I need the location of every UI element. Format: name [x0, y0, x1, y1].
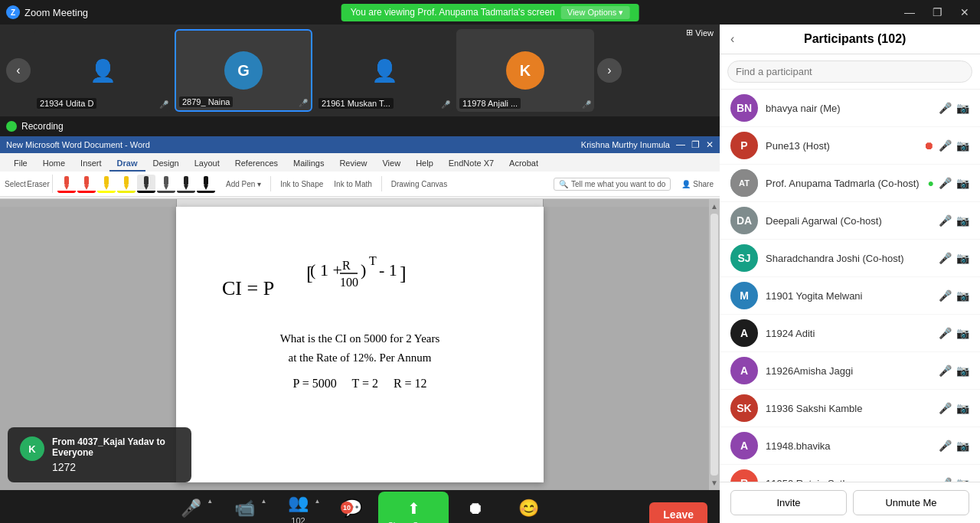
- pen-dark[interactable]: [157, 175, 175, 193]
- chat-icon-wrapper: 💬 10: [341, 498, 362, 518]
- svg-marker-11: [164, 185, 168, 190]
- word-minimize-btn[interactable]: —: [676, 139, 685, 150]
- chat-badge: 10: [341, 502, 353, 514]
- participants-caret[interactable]: ▲: [315, 498, 321, 505]
- tab-layout[interactable]: Layout: [187, 156, 227, 172]
- recording-text: Recording: [21, 121, 64, 132]
- list-item: AT Prof. Anupama Tadmarla (Co-host) ● 🎤 …: [720, 165, 980, 202]
- view-options-button[interactable]: View Options ▾: [561, 6, 630, 19]
- video-off-icon: 📷: [956, 214, 969, 227]
- chat-button[interactable]: 💬 10 Chat: [325, 492, 378, 523]
- pen-black[interactable]: [137, 175, 155, 193]
- svg-rect-14: [204, 176, 208, 185]
- unmute-button[interactable]: 🎤 Unmute ▲: [164, 492, 217, 523]
- word-eraser-tool[interactable]: Eraser: [29, 175, 47, 193]
- title-bar: Z Zoom Meeting You are viewing Prof. Anu…: [0, 0, 980, 25]
- pen-yellow2[interactable]: [117, 175, 136, 193]
- ink-to-math-btn[interactable]: Ink to Math: [334, 180, 371, 188]
- pen-red[interactable]: [57, 175, 76, 193]
- record-button[interactable]: ⏺ Record: [449, 492, 502, 523]
- participant-name: 11936 Sakshi Kamble: [766, 403, 931, 414]
- tab-home[interactable]: Home: [35, 156, 73, 172]
- word-document-container: New Microsoft Word Document - Word Krish…: [0, 136, 720, 490]
- participant-icons: 🎤 📷: [939, 364, 969, 377]
- svg-rect-12: [184, 176, 188, 185]
- word-close-btn[interactable]: ✕: [706, 139, 714, 150]
- ink-to-shape-btn[interactable]: Ink to Shape: [280, 180, 323, 188]
- participant-name: 11924 Aditi: [766, 328, 931, 339]
- participant-name-muskan: 21961 Muskan T...: [318, 98, 394, 109]
- add-pen-btn[interactable]: Add Pen ▾: [226, 180, 261, 188]
- chevron-down-icon: ▾: [619, 8, 623, 18]
- strip-view-button[interactable]: ⊞ View: [686, 28, 714, 38]
- pen-dark2[interactable]: [177, 175, 195, 193]
- mic-muted-icon: 🎤: [939, 252, 952, 264]
- reactions-button[interactable]: 😊 Reactions: [502, 492, 556, 523]
- bottom-toolbar: 🎤 Unmute ▲ 📹 Start Video ▲ 👥 102 Partici…: [0, 490, 720, 523]
- participant-card-udita: 👤 21934 Udita D 🎤: [34, 29, 172, 112]
- svg-text:100: 100: [340, 276, 358, 289]
- tab-references[interactable]: References: [227, 156, 286, 172]
- tab-help[interactable]: Help: [408, 156, 441, 172]
- search-icon: 🔍: [559, 180, 568, 188]
- pen-yellow[interactable]: [97, 175, 116, 193]
- mic-muted-icon: 🎤: [939, 364, 952, 377]
- maximize-button[interactable]: ❐: [928, 3, 946, 21]
- participant-name: Pune13 (Host): [766, 140, 916, 152]
- tab-acrobat[interactable]: Acrobat: [501, 156, 546, 172]
- recording-dot: [6, 121, 17, 132]
- word-doc-area: CI = P [ ( 1 + R 100 ) T - 1 ]: [0, 199, 720, 490]
- strip-prev-button[interactable]: ‹: [6, 58, 31, 83]
- mic-muted-icon-anjali: 🎤: [582, 100, 591, 109]
- pen-tools-group: [52, 175, 215, 193]
- leave-button[interactable]: Leave: [649, 502, 707, 523]
- record-icon: ⏺: [467, 498, 484, 518]
- tab-file[interactable]: File: [6, 156, 35, 172]
- drawing-canvas-btn[interactable]: Drawing Canvas: [391, 180, 447, 188]
- word-restore-btn[interactable]: ❐: [691, 139, 700, 150]
- panel-collapse-button[interactable]: ‹: [730, 32, 734, 46]
- tab-insert[interactable]: Insert: [73, 156, 109, 172]
- list-item: BN bhavya nair (Me) 🎤 📷: [720, 90, 980, 127]
- word-share-btn[interactable]: 👤 Share: [681, 180, 714, 188]
- svg-rect-4: [104, 176, 109, 185]
- svg-rect-10: [164, 176, 168, 185]
- video-caret[interactable]: ▲: [261, 498, 267, 505]
- tell-me-input[interactable]: 🔍 Tell me what you want to do: [554, 178, 671, 191]
- mic-icon: 🎤: [181, 498, 201, 518]
- pen-dark3[interactable]: [197, 175, 215, 193]
- unmute-caret[interactable]: ▲: [207, 498, 213, 505]
- share-screen-icon: ⬆: [407, 499, 420, 518]
- participant-icons: 🎤 📷: [939, 440, 969, 452]
- tab-endnote[interactable]: EndNote X7: [441, 156, 501, 172]
- word-select-tool[interactable]: Select: [6, 175, 24, 193]
- list-item: A 11924 Aditi 🎤 📷: [720, 315, 980, 352]
- avatar: SJ: [730, 244, 758, 272]
- panel-footer: Invite Unmute Me: [720, 482, 980, 523]
- invite-button[interactable]: Invite: [730, 490, 847, 515]
- participants-button[interactable]: 👥 102 Participants ▲: [271, 492, 325, 523]
- tab-review[interactable]: Review: [332, 156, 374, 172]
- scrollbar-vertical[interactable]: ▲ ▼: [709, 199, 720, 490]
- svg-text:CI = P: CI = P: [222, 277, 274, 299]
- close-button[interactable]: ✕: [956, 3, 974, 21]
- tab-draw[interactable]: Draw: [109, 156, 145, 172]
- recording-dot-icon: ⏺: [923, 139, 934, 152]
- avatar: A: [730, 319, 758, 347]
- share-screen-button[interactable]: ⬆ Share Screen: [378, 492, 448, 523]
- video-off-icon: 📷: [956, 327, 969, 339]
- participant-icons: 🎤 📷: [939, 214, 969, 227]
- tab-design[interactable]: Design: [145, 156, 187, 172]
- app-title: Zoom Meeting: [24, 7, 88, 18]
- word-user-name: Krishna Murthy Inumula: [581, 140, 670, 149]
- svg-marker-1: [64, 185, 69, 190]
- unmute-me-button[interactable]: Unmute Me: [853, 490, 969, 515]
- start-video-button[interactable]: 📹 Start Video ▲: [217, 492, 271, 523]
- pen-red2[interactable]: [77, 175, 96, 193]
- strip-next-button[interactable]: ›: [597, 58, 622, 83]
- participant-search-input[interactable]: [727, 60, 972, 83]
- tab-mailings[interactable]: Mailings: [286, 156, 332, 172]
- tab-view[interactable]: View: [374, 156, 408, 172]
- minimize-button[interactable]: —: [900, 3, 919, 21]
- participant-name: 11948.bhavika: [766, 440, 931, 452]
